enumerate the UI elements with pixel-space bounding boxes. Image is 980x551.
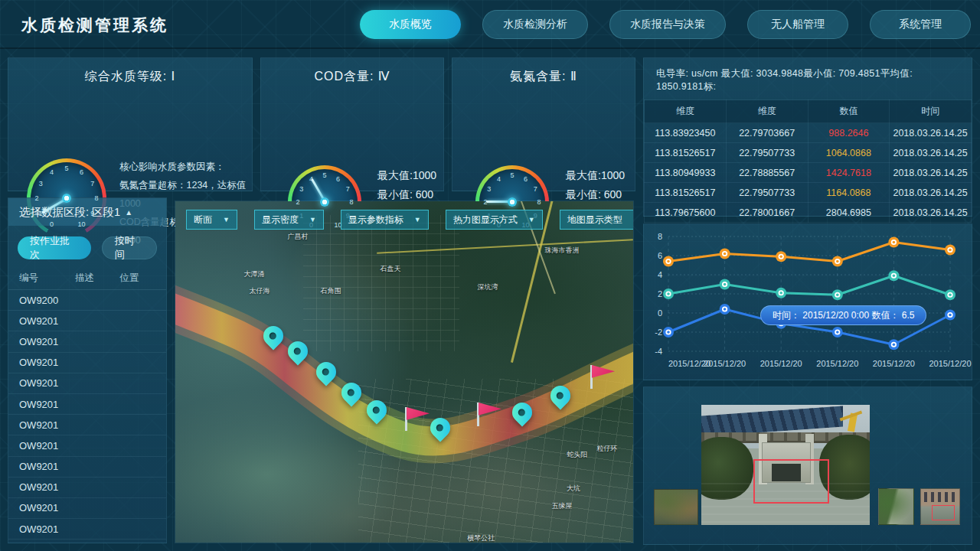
map-place-label: 石盘天 [381,264,401,274]
map-place-label: 五缘屋 [552,501,573,511]
gauge-hub [320,197,329,207]
dropdown-label: 断面 [194,214,212,227]
data-cell: 2018.03.26.14.25 [890,123,972,143]
chevron-down-icon: ▼ [223,216,230,223]
map-place-label: 太仔海 [250,286,270,296]
filter-button-按作业批次[interactable]: 按作业批次 [18,236,91,259]
panel-title: 氨氮含量: Ⅱ [452,69,635,85]
list-item[interactable]: OW9201 [8,353,166,373]
map-dropdown-显示参数指标[interactable]: 显示参数指标▼ [341,210,429,230]
flag-cloth [592,365,615,382]
table-row: 113.7967560022.780016672804.69852018.03.… [645,203,972,223]
list-item[interactable]: OW9201 [8,415,166,435]
list-item[interactable]: OW9201 [8,331,166,352]
gauge-tick: 6 [524,175,528,183]
stat-line: 最大值:1000 [377,166,436,185]
gauge-hub [62,194,71,203]
flag-cloth [479,403,501,419]
map-place-label: 石角围 [321,286,341,296]
teal-series [668,276,950,295]
gauge-tick: 7 [534,185,537,193]
list-item[interactable]: OW9201 [8,519,166,540]
chevron-down-icon: ▼ [414,216,421,223]
gauge-tick: 2 [296,198,299,206]
data-cell: 22.79507733 [726,143,808,163]
list-item[interactable]: OW9201 [8,435,166,456]
map-place-label: 深坑湾 [478,282,498,292]
nav-tab-系统管理[interactable]: 系统管理 [870,10,971,39]
map-flag-marker[interactable] [477,403,503,427]
value-cell: 1164.0868 [808,183,890,203]
panel-section-select: 选择数据区段: 区段1 ▲ 按作业批次按时间 编号描述位置 OW9200OW92… [8,197,167,543]
data-cell: 22.78885567 [726,163,808,183]
column-header: 数值 [808,100,890,123]
dropdown-label: 地图显示类型 [567,214,622,227]
nav-tab-水质报告与决策[interactable]: 水质报告与决策 [609,10,726,39]
table-row: 113.8152651722.795077331164.08682018.03.… [645,183,972,203]
column-header: 维度 [645,100,727,123]
main-nav: 水质概览水质检测分析水质报告与决策无人船管理系统管理 [360,10,971,39]
x-axis-tick: 2015/12/20 [929,359,971,368]
site-photo-thumb[interactable] [920,488,960,525]
y-axis-tick: 2 [658,289,662,298]
table-body: 113.8392345022.79703667988.26462018.03.2… [645,123,972,223]
list-item[interactable]: OW9201 [8,498,166,519]
gauge-hub [508,197,517,207]
map-dropdown-热力图显示方式[interactable]: 热力图显示方式▼ [446,210,543,230]
list-item[interactable]: OW9201 [8,394,166,415]
chart-tooltip: 时间： 2015/12/20 0:00 数值： 6.5 [760,305,926,325]
station-id: OW9201 [19,419,75,431]
site-photo-thumb[interactable] [654,489,698,525]
chevron-down-icon: ▼ [528,216,535,223]
map-place-label: 广昌村 [288,232,309,242]
detection-box [932,505,955,521]
data-cell: 113.81526517 [645,183,727,203]
list-item[interactable]: OW9201 [8,311,166,331]
y-axis-tick: -4 [655,347,662,356]
stat-line: 最大值:1000 [566,166,625,185]
satellite-map[interactable]: 断面▼显示密度▼显示参数指标▼热力图显示方式▼地图显示类型▼ 广昌村大潭涌太仔海… [175,201,634,543]
map-flag-marker[interactable] [590,365,616,390]
list-item[interactable]: OW9200 [8,290,166,311]
section-select-header[interactable]: 选择数据区段: 区段1 ▲ [8,198,166,226]
filter-buttons: 按作业批次按时间 [8,226,166,267]
data-cell: 113.80949933 [645,163,727,183]
site-photo-thumb[interactable] [878,488,914,525]
y-axis-tick: 8 [658,232,662,241]
map-dropdown-地图显示类型[interactable]: 地图显示类型▼ [560,210,634,230]
gauge-tick: 9 [90,210,94,217]
gauge-tick: 5 [64,165,68,172]
list-column-header: 编号 [19,272,75,285]
nav-tab-水质检测分析[interactable]: 水质检测分析 [482,10,588,39]
map-flag-marker[interactable] [405,407,431,432]
map-place-label: 大潭涌 [244,269,265,279]
panel-cod: COD含量: Ⅳ 012345678910 最大值:1000最小值: 600平均… [260,57,444,191]
gauge-tick: 5 [510,171,514,179]
gauge-tick: 7 [346,185,350,193]
map-dropdown-断面[interactable]: 断面▼ [186,210,237,230]
flag-cloth [407,407,430,424]
detection-box [753,459,829,504]
x-axis-tick: 2015/12/20 [873,359,915,368]
panel-title: COD含量: Ⅳ [261,69,443,85]
chevron-down-icon: ▼ [633,216,634,223]
dropdown-label: 显示参数指标 [348,214,403,227]
gauge-tick: 6 [80,168,83,176]
panel-site-photos [643,386,972,545]
collapse-arrow-icon[interactable]: ▲ [125,208,132,217]
list-item[interactable]: OW9201 [8,457,166,478]
list-item[interactable]: OW9201 [8,373,166,394]
station-id: OW9201 [19,502,75,514]
nav-tab-水质概览[interactable]: 水质概览 [360,10,461,39]
x-axis-tick: 2015/12/20 [816,359,858,368]
x-axis-tick: 2015/12/20 [704,359,746,368]
map-dropdown-显示密度[interactable]: 显示密度▼ [254,210,324,230]
station-id: OW9201 [19,315,75,327]
header: 水质检测管理系统 水质概览水质检测分析水质报告与决策无人船管理系统管理 [0,0,980,49]
filter-button-按时间[interactable]: 按时间 [102,236,157,259]
nav-tab-无人船管理[interactable]: 无人船管理 [747,10,848,39]
list-item[interactable]: OW9201 [8,478,166,498]
data-cell: 22.78001667 [726,203,808,223]
site-photo-main[interactable] [701,405,870,525]
data-cell: 2018.03.26.14.25 [890,183,972,203]
